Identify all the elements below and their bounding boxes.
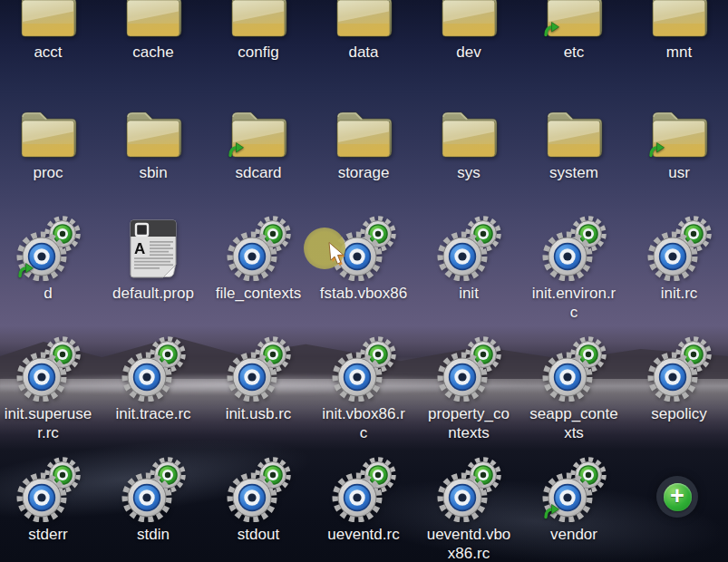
folder-icon: [440, 106, 498, 160]
gear-file-icon: [15, 457, 82, 522]
file-icon-area: [434, 455, 503, 522]
file-item[interactable]: ueventd.rc: [311, 455, 416, 562]
file-item[interactable]: init.environ.rc: [521, 214, 626, 334]
file-item[interactable]: init: [416, 214, 521, 334]
file-item[interactable]: mnt: [626, 0, 728, 93]
file-item[interactable]: sepolicy: [626, 334, 728, 455]
file-label: init.vbox86.rc: [319, 404, 408, 442]
file-label: dev: [456, 43, 480, 62]
folder-icon: [335, 0, 393, 40]
folder-icon: [650, 0, 708, 40]
file-icon-area: [14, 334, 83, 402]
gear-file-icon: [120, 457, 187, 522]
file-icon-area: [645, 0, 713, 40]
file-item[interactable]: init.trace.rc: [101, 334, 206, 455]
file-icon-area: [329, 334, 398, 402]
file-item[interactable]: stdout: [206, 455, 311, 562]
file-label: system: [549, 163, 598, 182]
file-item[interactable]: storage: [311, 93, 416, 214]
file-label: acct: [34, 43, 62, 62]
file-label: stderr: [28, 525, 67, 544]
file-item[interactable]: dev: [416, 0, 521, 93]
file-item[interactable]: stderr: [0, 455, 101, 562]
file-icon-area: [119, 334, 188, 402]
file-icon-area: [539, 93, 608, 160]
file-label: init.rc: [661, 284, 698, 303]
gear-file-icon: [225, 216, 292, 281]
file-icon-area: [14, 455, 83, 522]
file-item[interactable]: A default.prop: [101, 214, 206, 334]
file-icon-area: [539, 214, 608, 281]
file-icon-area: [434, 0, 503, 40]
file-item[interactable]: file_contexts: [206, 214, 311, 334]
file-label: init.trace.rc: [115, 404, 190, 423]
file-label: init.superuser.rc: [4, 404, 92, 442]
file-item[interactable]: init.usb.rc: [206, 334, 311, 455]
file-grid: acct cache: [0, 0, 728, 562]
folder-icon: [19, 0, 77, 40]
file-label: stdin: [137, 525, 170, 544]
file-item[interactable]: init.superuser.rc: [0, 334, 101, 455]
file-label: cache: [132, 43, 173, 62]
file-item[interactable]: data: [311, 0, 416, 93]
file-icon-area: [119, 93, 188, 160]
gear-file-icon: [540, 336, 607, 402]
file-label: init.usb.rc: [226, 404, 292, 423]
gear-file-icon: [225, 457, 292, 522]
file-manager-screen: acct cache: [0, 0, 728, 562]
file-item[interactable]: init.rc: [626, 214, 728, 334]
file-label: config: [238, 43, 278, 62]
file-item[interactable]: ueventd.vbox86.rc: [416, 455, 521, 562]
file-item[interactable]: proc: [0, 93, 101, 214]
file-icon-area: [224, 334, 293, 402]
file-item[interactable]: sbin: [101, 93, 206, 214]
file-icon-area: [539, 334, 608, 402]
gear-file-icon: [540, 216, 607, 281]
file-icon-area: [224, 214, 293, 281]
symlink-arrow-icon: [542, 21, 560, 37]
file-label: ueventd.vbox86.rc: [424, 525, 513, 562]
file-label: etc: [564, 43, 585, 62]
file-item[interactable]: sdcard: [206, 93, 311, 214]
gear-file-icon: [435, 457, 502, 522]
document-icon: A: [128, 218, 179, 281]
file-label: proc: [33, 163, 63, 182]
file-label: d: [44, 284, 52, 303]
file-item[interactable]: vendor: [521, 455, 626, 562]
file-label: stdout: [238, 525, 279, 544]
file-icon-area: [434, 334, 503, 402]
file-item[interactable]: usr: [626, 93, 728, 214]
file-item[interactable]: seapp_contexts: [521, 334, 626, 455]
file-label: sbin: [139, 163, 167, 182]
file-item[interactable]: acct: [0, 0, 101, 93]
folder-icon: [545, 106, 603, 160]
file-icon-area: [224, 0, 293, 40]
file-item[interactable]: config: [206, 0, 311, 93]
plus-glyph: +: [670, 484, 684, 509]
file-label: init: [459, 284, 479, 303]
file-icon-area: [14, 214, 83, 281]
file-item[interactable]: sys: [416, 93, 521, 214]
folder-icon: [19, 106, 77, 160]
file-label: sdcard: [235, 163, 281, 182]
file-icon-area: [645, 214, 713, 281]
gear-file-icon: [645, 336, 713, 402]
file-label: file_contexts: [216, 284, 302, 303]
file-icon-area: [434, 214, 503, 281]
file-item[interactable]: stdin: [101, 455, 206, 562]
file-item[interactable]: d: [0, 214, 101, 334]
file-item[interactable]: etc: [521, 0, 626, 93]
gear-file-icon: [120, 336, 187, 402]
fab-add-button[interactable]: +: [656, 476, 698, 518]
file-item[interactable]: property_contexts: [416, 334, 521, 455]
gear-file-icon: [330, 216, 397, 281]
svg-text:A: A: [134, 240, 145, 257]
file-item[interactable]: fstab.vbox86: [311, 214, 416, 334]
folder-icon: [229, 0, 287, 40]
file-label: ueventd.rc: [327, 525, 399, 544]
file-item[interactable]: cache: [101, 0, 206, 93]
file-item[interactable]: init.vbox86.rc: [311, 334, 416, 455]
gear-file-icon: [330, 336, 397, 402]
file-item[interactable]: system: [521, 93, 626, 214]
symlink-arrow-icon: [542, 503, 560, 519]
